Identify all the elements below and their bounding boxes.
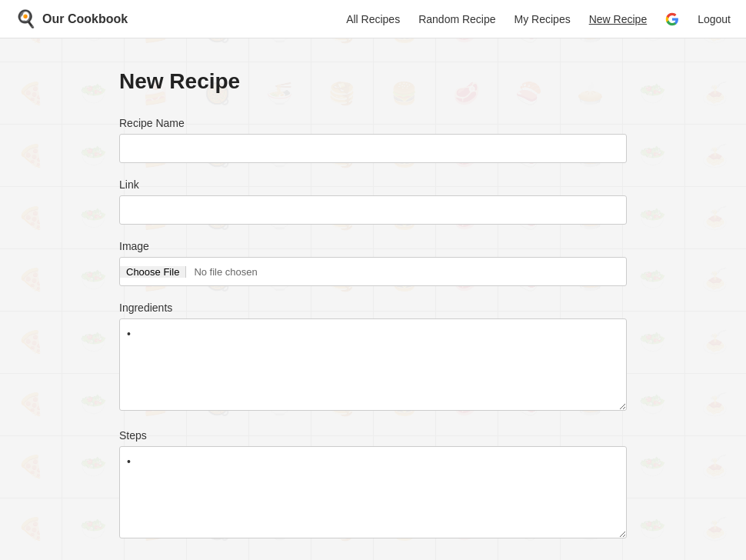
link-label: Link: [119, 178, 627, 191]
file-name-display: No file chosen: [186, 266, 265, 278]
ingredients-textarea[interactable]: [119, 318, 627, 411]
steps-textarea-wrapper: •: [119, 446, 627, 542]
nav-new-recipe[interactable]: New Recipe: [589, 13, 647, 25]
ingredients-group: Ingredients •: [119, 302, 627, 414]
image-group: Image Choose File No file chosen: [119, 240, 627, 286]
steps-group: Steps •: [119, 429, 627, 542]
logout-button[interactable]: Logout: [698, 13, 731, 25]
brand-icon: 🍳: [15, 9, 36, 29]
steps-textarea[interactable]: [119, 446, 627, 538]
link-group: Link: [119, 178, 627, 225]
page-title: New Recipe: [119, 69, 627, 94]
brand-name: Our Cookbook: [42, 12, 128, 26]
main-content: New Recipe Recipe Name Link Image Choose…: [104, 38, 642, 560]
image-label: Image: [119, 240, 627, 252]
new-recipe-form: Recipe Name Link Image Choose File No fi…: [119, 117, 627, 560]
nav-my-recipes[interactable]: My Recipes: [515, 13, 571, 25]
google-icon: [665, 12, 679, 26]
steps-label: Steps: [119, 429, 627, 442]
ingredients-label: Ingredients: [119, 302, 627, 314]
recipe-name-label: Recipe Name: [119, 117, 627, 129]
recipe-name-group: Recipe Name: [119, 117, 627, 163]
link-input[interactable]: [119, 195, 627, 225]
recipe-name-input[interactable]: [119, 134, 627, 163]
brand-logo[interactable]: 🍳 Our Cookbook: [15, 9, 128, 29]
nav-links: All Recipes Random Recipe My Recipes New…: [346, 12, 731, 26]
file-input-wrapper: Choose File No file chosen: [119, 257, 627, 286]
ingredients-textarea-wrapper: •: [119, 318, 627, 414]
nav-all-recipes[interactable]: All Recipes: [346, 13, 400, 25]
nav-random-recipe[interactable]: Random Recipe: [418, 13, 495, 25]
choose-file-button[interactable]: Choose File: [120, 266, 186, 278]
navbar: 🍳 Our Cookbook All Recipes Random Recipe…: [0, 0, 746, 38]
